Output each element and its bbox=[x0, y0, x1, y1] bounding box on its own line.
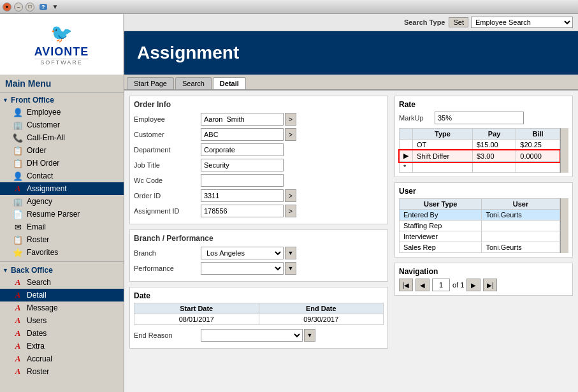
dh-order-icon: 📋 bbox=[13, 158, 23, 168]
sidebar-item-back-detail[interactable]: A Detail bbox=[0, 289, 124, 301]
markup-input[interactable] bbox=[435, 112, 524, 124]
assignment-id-label: Assignment ID bbox=[134, 207, 201, 215]
branch-dropdown-icon[interactable]: ▼ bbox=[285, 247, 296, 259]
customer-icon: 🏢 bbox=[13, 120, 23, 130]
sidebar-item-favorites[interactable]: ⭐ Favorites bbox=[0, 246, 124, 259]
roster-icon: 📋 bbox=[13, 235, 23, 245]
sidebar-item-resume-parser[interactable]: 📄 Resume Parser bbox=[0, 208, 124, 221]
sidebar-item-label: Roster bbox=[27, 235, 49, 244]
extra-icon: A bbox=[13, 341, 23, 351]
nav-prev-button[interactable]: ◀ bbox=[415, 279, 430, 291]
user-row-interviewer[interactable]: Interviewer bbox=[400, 231, 560, 242]
order-info-title: Order Info bbox=[134, 100, 384, 109]
user-title: User bbox=[399, 187, 568, 196]
back-office-header[interactable]: ▼ Back Office bbox=[0, 265, 124, 276]
sidebar-item-employee[interactable]: 👤 Employee bbox=[0, 106, 124, 119]
nav-page-input[interactable] bbox=[432, 279, 450, 291]
minimize-button[interactable]: – bbox=[14, 3, 23, 11]
sidebar-item-assignment[interactable]: A Assignment bbox=[0, 182, 124, 195]
sidebar-item-back-roster[interactable]: A Roster bbox=[0, 365, 124, 378]
header-right: Search Type Set Employee Search Assignme… bbox=[124, 14, 578, 75]
set-button[interactable]: Set bbox=[449, 17, 468, 27]
wc-code-row: Wc Code bbox=[134, 174, 384, 187]
sidebar-item-contact[interactable]: 👤 Contact bbox=[0, 170, 124, 182]
user-row-staffing-rep[interactable]: Staffing Rep bbox=[400, 221, 560, 231]
branch-select[interactable]: Los Angeles bbox=[201, 247, 284, 259]
customer-input[interactable] bbox=[201, 128, 284, 141]
sidebar-item-customer[interactable]: 🏢 Customer bbox=[0, 119, 124, 131]
navigation-title: Navigation bbox=[399, 267, 568, 276]
assignment-id-input[interactable] bbox=[201, 205, 284, 217]
end-reason-row: End Reason ▼ bbox=[134, 329, 384, 342]
date-section: Date Start Date End Date 08/01/2017 bbox=[129, 287, 388, 349]
nav-last-button[interactable]: ▶| bbox=[483, 279, 497, 291]
end-reason-dropdown-icon[interactable]: ▼ bbox=[304, 329, 315, 342]
sidebar-item-dh-order[interactable]: 📋 DH Order bbox=[0, 157, 124, 170]
back-office-arrow-icon: ▼ bbox=[3, 267, 8, 273]
order-id-expand-button[interactable]: > bbox=[285, 189, 296, 202]
user-interviewer-type: Interviewer bbox=[400, 231, 482, 242]
customer-value-container: > bbox=[201, 128, 384, 141]
tab-search[interactable]: Search bbox=[175, 77, 212, 89]
pay-header: Pay bbox=[472, 129, 516, 140]
sidebar-item-roster[interactable]: 📋 Roster bbox=[0, 233, 124, 246]
wc-code-input[interactable] bbox=[201, 174, 284, 187]
job-title-input[interactable] bbox=[201, 159, 284, 171]
rate-scrollbar[interactable] bbox=[560, 128, 568, 173]
customer-expand-button[interactable]: > bbox=[285, 128, 296, 141]
help-button[interactable]: ? bbox=[40, 4, 47, 10]
sidebar-item-extra[interactable]: A Extra bbox=[0, 340, 124, 352]
email-icon: ✉ bbox=[13, 222, 23, 232]
sidebar-item-call-em-all[interactable]: 📞 Call-Em-All bbox=[0, 131, 124, 144]
tab-detail[interactable]: Detail bbox=[213, 77, 246, 89]
employee-expand-button[interactable]: > bbox=[285, 113, 296, 126]
message-icon: A bbox=[13, 303, 23, 313]
toolbar-arrow: ▼ bbox=[52, 3, 59, 10]
user-entered-by-type: Entered By bbox=[400, 210, 482, 221]
sidebar-item-order[interactable]: 📋 Order bbox=[0, 144, 124, 157]
employee-input[interactable] bbox=[201, 113, 284, 126]
start-date-value: 08/01/2017 bbox=[134, 314, 259, 325]
detail-content: Order Info Employee > Customer bbox=[124, 91, 578, 392]
tab-start-page[interactable]: Start Page bbox=[127, 77, 174, 89]
search-type-select[interactable]: Employee Search bbox=[471, 17, 573, 28]
performance-value-container: ▼ bbox=[201, 262, 384, 275]
sidebar-item-accrual[interactable]: A Accrual bbox=[0, 352, 124, 365]
sidebar-item-users[interactable]: A Users bbox=[0, 314, 124, 327]
start-date-header: Start Date bbox=[134, 303, 259, 314]
end-reason-select[interactable] bbox=[201, 329, 303, 342]
job-title-row: Job Title bbox=[134, 159, 384, 171]
sidebar-item-email[interactable]: ✉ Email bbox=[0, 221, 124, 233]
logo-main-text: AVIONTE bbox=[34, 45, 89, 59]
search-type-container: Set Employee Search bbox=[449, 17, 573, 28]
performance-dropdown-icon[interactable]: ▼ bbox=[285, 262, 296, 275]
favorites-icon: ⭐ bbox=[13, 247, 23, 258]
user-scrollbar[interactable] bbox=[560, 198, 568, 253]
nav-next-button[interactable]: ▶ bbox=[466, 279, 480, 291]
wc-code-value-container bbox=[201, 174, 384, 187]
sidebar-item-label: Assignment bbox=[27, 184, 67, 193]
wc-code-label: Wc Code bbox=[134, 177, 201, 184]
user-row-entered-by[interactable]: Entered By Toni.Geurts bbox=[400, 210, 560, 221]
maximize-button[interactable]: □ bbox=[25, 3, 34, 11]
user-entered-by-value: Toni.Geurts bbox=[482, 210, 560, 221]
assignment-id-expand-button[interactable]: > bbox=[285, 205, 296, 217]
app-container: 🐦 AVIONTE SOFTWARE Search Type Set Emplo… bbox=[0, 14, 578, 392]
performance-select[interactable] bbox=[201, 262, 284, 275]
end-date-header: End Date bbox=[259, 303, 384, 314]
sidebar-item-back-search[interactable]: A Search bbox=[0, 276, 124, 289]
close-button[interactable]: ● bbox=[3, 3, 11, 11]
order-id-input[interactable] bbox=[201, 189, 284, 202]
user-row-sales-rep[interactable]: Sales Rep Toni.Geurts bbox=[400, 242, 560, 253]
date-row: 08/01/2017 09/30/2017 bbox=[134, 314, 384, 325]
rate-row-ot[interactable]: OT $15.00 $20.25 bbox=[400, 140, 560, 150]
department-row: Department bbox=[134, 143, 384, 156]
nav-first-button[interactable]: |◀ bbox=[399, 279, 413, 291]
front-office-header[interactable]: ▼ Front Office bbox=[0, 94, 124, 106]
sidebar-item-message[interactable]: A Message bbox=[0, 301, 124, 314]
sidebar-item-agency[interactable]: 🏢 Agency bbox=[0, 195, 124, 208]
rate-row-shift-differ[interactable]: ▶ Shift Differ $3.00 0.0000 bbox=[400, 150, 560, 162]
contact-icon: 👤 bbox=[13, 171, 23, 181]
department-input[interactable] bbox=[201, 143, 284, 156]
sidebar-item-dates[interactable]: A Dates bbox=[0, 327, 124, 340]
